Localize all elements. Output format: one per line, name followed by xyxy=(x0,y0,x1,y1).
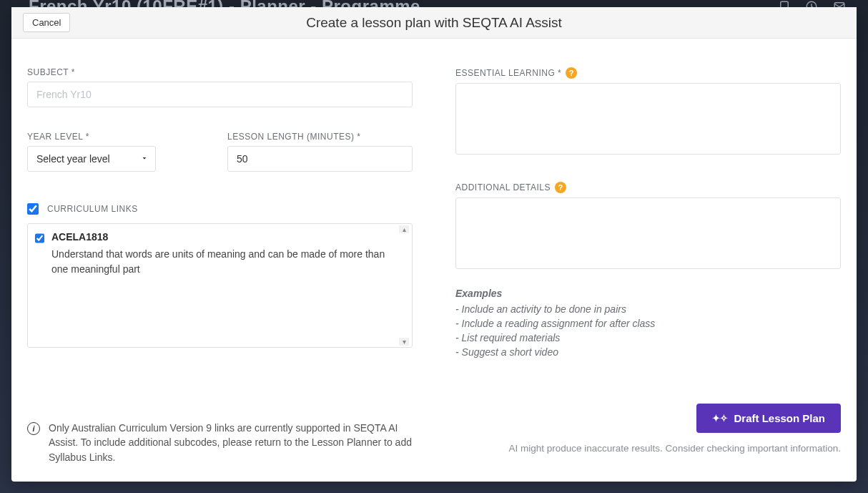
footer-actions: ✦✧ Draft Lesson Plan AI might produce in… xyxy=(509,401,841,454)
help-icon[interactable]: ? xyxy=(566,67,577,79)
modal-footer: i Only Australian Curriculum Version 9 l… xyxy=(11,401,857,482)
subject-label: SUBJECT * xyxy=(27,67,413,77)
curriculum-block: CURRICULUM LINKS ▴ ACELA1818 Understand … xyxy=(27,203,413,348)
curriculum-links-label: CURRICULUM LINKS xyxy=(47,204,138,214)
ai-disclaimer: AI might produce inaccurate results. Con… xyxy=(509,443,841,454)
left-column: SUBJECT * YEAR LEVEL * Select year level xyxy=(27,67,413,401)
modal-body: SUBJECT * YEAR LEVEL * Select year level xyxy=(11,39,857,401)
subject-input[interactable] xyxy=(27,82,413,107)
curriculum-description: Understand that words are units of meani… xyxy=(51,247,395,277)
example-item: - List required materials xyxy=(455,332,841,343)
example-item: - Include a reading assignment for after… xyxy=(455,318,841,329)
example-item: - Include an activity to be done in pair… xyxy=(455,303,841,315)
essential-learning-label: ESSENTIAL LEARNING * ? xyxy=(455,67,841,79)
examples-block: Examples - Include an activity to be don… xyxy=(455,288,841,361)
draft-button-label: Draft Lesson Plan xyxy=(734,412,825,424)
field-subject: SUBJECT * xyxy=(27,67,413,107)
field-essential-learning: ESSENTIAL LEARNING * ? xyxy=(455,67,841,157)
lesson-length-label: LESSON LENGTH (MINUTES) * xyxy=(227,132,413,142)
footer-note: Only Australian Curriculum Version 9 lin… xyxy=(49,421,428,464)
create-lesson-modal: Cancel Create a lesson plan with SEQTA A… xyxy=(11,7,857,482)
cancel-button[interactable]: Cancel xyxy=(23,13,70,32)
examples-title: Examples xyxy=(455,288,841,299)
info-icon: i xyxy=(27,422,40,435)
examples-list: - Include an activity to be done in pair… xyxy=(455,303,841,358)
year-length-row: YEAR LEVEL * Select year level LESSON LE… xyxy=(27,132,413,172)
additional-details-textarea[interactable] xyxy=(455,197,841,269)
curriculum-list-box[interactable]: ▴ ACELA1818 Understand that words are un… xyxy=(27,223,413,348)
sparkle-icon: ✦✧ xyxy=(712,413,728,424)
field-additional-details: ADDITIONAL DETAILS ? xyxy=(455,182,841,272)
additional-details-label: ADDITIONAL DETAILS ? xyxy=(455,182,841,193)
example-item: - Suggest a short video xyxy=(455,346,841,358)
help-icon[interactable]: ? xyxy=(555,182,566,193)
modal-title: Create a lesson plan with SEQTA AI Assis… xyxy=(11,15,857,31)
year-level-select[interactable]: Select year level xyxy=(27,146,156,172)
curriculum-item: ACELA1818 Understand that words are unit… xyxy=(35,231,395,277)
right-column: ESSENTIAL LEARNING * ? ADDITIONAL DETAIL… xyxy=(455,67,841,401)
modal-header: Cancel Create a lesson plan with SEQTA A… xyxy=(11,7,857,39)
curriculum-links-checkbox[interactable] xyxy=(27,203,39,215)
field-lesson-length: LESSON LENGTH (MINUTES) * xyxy=(227,132,413,172)
curriculum-item-checkbox[interactable] xyxy=(35,233,44,244)
lesson-length-input[interactable] xyxy=(227,146,413,172)
field-year-level: YEAR LEVEL * Select year level xyxy=(27,132,213,172)
scroll-up-icon[interactable]: ▴ xyxy=(399,225,409,233)
footer-info: i Only Australian Curriculum Version 9 l… xyxy=(27,401,428,464)
draft-lesson-plan-button[interactable]: ✦✧ Draft Lesson Plan xyxy=(696,404,841,433)
scroll-down-icon[interactable]: ▾ xyxy=(399,338,409,346)
curriculum-code: ACELA1818 xyxy=(51,231,395,243)
year-level-label: YEAR LEVEL * xyxy=(27,132,213,142)
essential-learning-textarea[interactable] xyxy=(455,83,841,155)
